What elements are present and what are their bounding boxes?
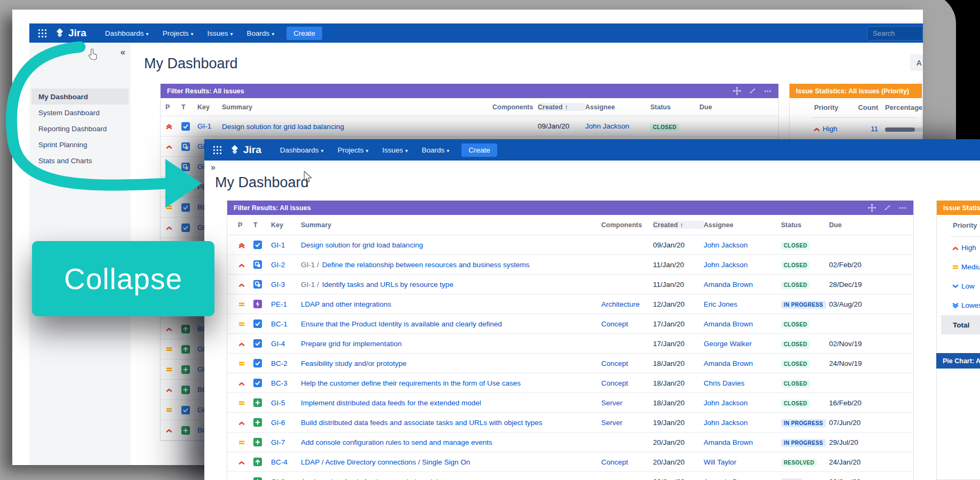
assignee-link[interactable]: John Jackson <box>704 419 781 427</box>
issue-key-link[interactable]: GI-3 <box>271 281 301 289</box>
issue-summary-link[interactable]: Help the customer define their requireme… <box>301 379 521 387</box>
column-header-t[interactable]: T <box>181 103 186 111</box>
column-header-key[interactable]: Key <box>271 221 283 229</box>
issue-row-GI-3[interactable]: GI-3 GI-1 /Identify tasks and URLs by re… <box>227 275 913 294</box>
sidebar-item-system-dashboard[interactable]: System Dashboard <box>31 105 129 121</box>
issue-summary-link[interactable]: Build distributed data feeds and associa… <box>301 419 543 427</box>
issue-row-GI-1[interactable]: GI-1 Design solution for grid load balan… <box>161 116 778 137</box>
gadget-menu-icon[interactable] <box>763 87 772 95</box>
issue-row-GI-2[interactable]: GI-2 GI-1 /Define the relationship betwe… <box>227 255 913 275</box>
maximize-gadget-icon[interactable] <box>748 87 756 95</box>
issue-key-link[interactable]: BC-2 <box>271 359 301 367</box>
assignee-link[interactable]: Amanda Brown <box>704 359 781 367</box>
column-header-summary[interactable]: Summary <box>301 221 331 229</box>
column-header-p[interactable]: P <box>165 103 170 111</box>
component-link[interactable]: Server <box>601 419 653 427</box>
assignee-link[interactable]: John Jackson <box>704 241 781 249</box>
sidebar-item-stats-and-charts[interactable]: Stats and Charts <box>31 153 129 169</box>
create-button[interactable]: Create <box>286 27 322 40</box>
issue-key-link[interactable]: GI-5 <box>271 399 301 407</box>
column-header-t[interactable]: T <box>253 221 258 229</box>
issue-key-link[interactable]: BC-4 <box>271 458 301 466</box>
assignee-link[interactable]: George Walker <box>704 340 781 348</box>
issue-row-PE-1[interactable]: PE-1 LDAP and other integrations Archite… <box>227 294 913 314</box>
column-header-summary[interactable]: Summary <box>222 103 252 111</box>
column-header-components[interactable]: Components <box>492 103 533 111</box>
assignee-link[interactable]: Chris Davies <box>704 379 781 387</box>
component-link[interactable]: Concept <box>601 458 653 466</box>
assignee-link[interactable]: Will Taylor <box>704 458 781 466</box>
issue-key-link[interactable]: GI-4 <box>271 340 301 348</box>
stat-count[interactable]: 11 <box>864 125 878 133</box>
nav-item-boards[interactable]: Boards▾ <box>247 29 275 37</box>
issue-row-BC-1[interactable]: BC-1 Ensure that the Product Identity is… <box>227 314 913 334</box>
column-header-due[interactable]: Due <box>829 221 842 229</box>
component-link[interactable]: Concept <box>601 320 653 328</box>
component-link[interactable]: Concept <box>601 379 653 387</box>
issue-key-link[interactable]: GI-7 <box>271 438 301 446</box>
assignee-link[interactable]: John Jackson <box>704 399 781 407</box>
issue-summary-link[interactable]: LDAP / Active Directory connections / Si… <box>301 458 470 466</box>
issue-row-BC-4[interactable]: BC-4 LDAP / Active Directory connections… <box>227 452 913 472</box>
issue-key-link[interactable]: BC-1 <box>271 320 301 328</box>
component-link[interactable]: Concept <box>601 359 653 367</box>
stat-priority-lowest-link[interactable]: Lowest <box>952 301 980 309</box>
component-link[interactable]: Architecture <box>601 300 653 308</box>
nav-item-dashboards[interactable]: Dashboards▾ <box>280 146 324 154</box>
issue-row-GI-1[interactable]: GI-1 Design solution for grid load balan… <box>227 235 913 255</box>
column-header-p[interactable]: P <box>238 221 242 229</box>
stat-priority-high-link[interactable]: High <box>952 244 976 252</box>
nav-item-boards[interactable]: Boards▾ <box>422 146 450 154</box>
search-input[interactable]: Search <box>867 26 923 41</box>
app-switcher-icon[interactable] <box>213 146 222 155</box>
app-switcher-icon[interactable] <box>38 29 47 38</box>
jira-logo[interactable]: Jira <box>229 144 261 156</box>
column-header-created[interactable]: Created <box>653 221 678 229</box>
issue-summary-link[interactable]: Add console configuration rules to send … <box>301 438 492 446</box>
issue-key-link[interactable]: GI-1 <box>197 122 222 130</box>
issue-summary-link[interactable]: Ensure that the Product Identity is avai… <box>301 320 502 328</box>
nav-item-projects[interactable]: Projects▾ <box>338 146 369 154</box>
column-header-assignee[interactable]: Assignee <box>704 221 734 229</box>
stat-priority-high-link[interactable]: High <box>813 125 838 133</box>
assignee-link[interactable]: Amanda Brown <box>704 438 781 446</box>
column-header-due[interactable]: Due <box>699 103 712 111</box>
sidebar-item-reporting-dashboard[interactable]: Reporting Dashboard <box>31 121 129 137</box>
issue-key-link[interactable]: PE-1 <box>271 300 301 308</box>
issue-key-link[interactable]: GI-8 <box>271 478 301 480</box>
issue-summary-link[interactable]: Design solution for grid load balancing <box>222 123 344 131</box>
sidebar-item-my-dashboard[interactable]: My Dashboard <box>31 89 129 105</box>
assignee-link[interactable]: Eric Jones <box>704 300 781 308</box>
sidebar-expand-icon[interactable]: » <box>211 163 216 172</box>
issue-summary-link[interactable]: Feasibility study and/or prototype <box>301 359 407 367</box>
nav-item-projects[interactable]: Projects▾ <box>163 29 194 37</box>
move-gadget-icon[interactable] <box>732 86 742 95</box>
issue-summary-link[interactable]: Prepare grid for implementation <box>301 340 402 348</box>
column-header-components[interactable]: Components <box>601 221 642 229</box>
add-gadget-button[interactable]: A <box>910 54 923 71</box>
issue-key-link[interactable]: GI-1 <box>271 241 301 249</box>
column-header-status[interactable]: Status <box>781 221 801 229</box>
nav-item-dashboards[interactable]: Dashboards▾ <box>105 29 149 37</box>
issue-row-BC-2[interactable]: BC-2 Feasibility study and/or prototype … <box>227 354 913 373</box>
assignee-link[interactable]: Amanda Brown <box>704 281 781 289</box>
maximize-gadget-icon[interactable] <box>883 204 891 212</box>
nav-item-issues[interactable]: Issues▾ <box>207 29 233 37</box>
issue-summary-link[interactable]: Implement distributed data feeds for the… <box>301 399 481 407</box>
sidebar-collapse-icon[interactable]: « <box>121 47 125 58</box>
assignee-link[interactable]: Amanda Brown <box>704 478 781 480</box>
component-link[interactable]: Server <box>601 399 653 407</box>
column-header-key[interactable]: Key <box>197 103 210 111</box>
column-header-status[interactable]: Status <box>650 103 671 111</box>
issue-summary-link[interactable]: Define the relationship between resource… <box>322 261 530 269</box>
issue-row-GI-8[interactable]: GI-8 Analyze data feeds for the extended… <box>227 472 913 480</box>
issue-key-link[interactable]: GI-6 <box>271 419 301 427</box>
assignee-link[interactable]: Amanda Brown <box>704 320 781 328</box>
assignee-link[interactable]: John Jackson <box>704 261 781 269</box>
stat-priority-medium-link[interactable]: Medium <box>952 263 980 271</box>
stat-priority-low-link[interactable]: Low <box>952 282 975 290</box>
column-header-created[interactable]: Created <box>538 103 563 111</box>
issue-row-BC-3[interactable]: BC-3 Help the customer define their requ… <box>227 373 913 393</box>
issue-summary-link[interactable]: Analyze data feeds for the extended mode… <box>301 478 438 480</box>
issue-key-link[interactable]: GI-2 <box>271 261 301 269</box>
